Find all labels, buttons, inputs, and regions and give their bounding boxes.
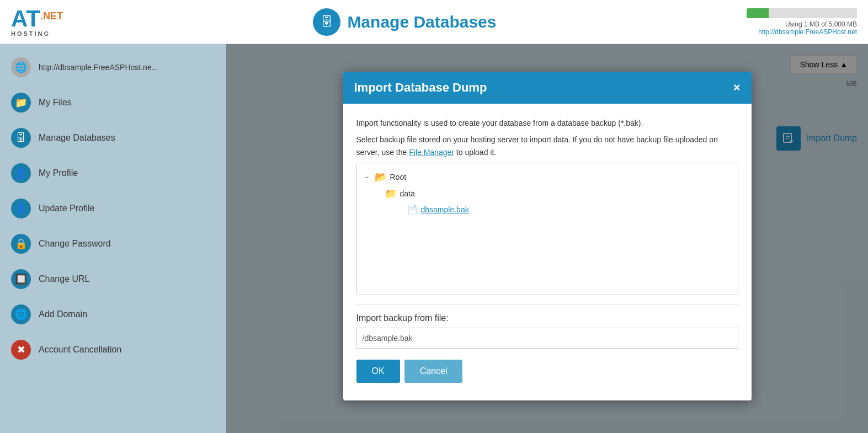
data-folder-icon: 📁	[385, 188, 397, 200]
page-title: Manage Databases	[347, 13, 496, 31]
storage-progress-bar	[747, 8, 857, 18]
root-folder-icon: 📂	[375, 171, 387, 183]
globe-icon: 🌐	[11, 57, 31, 77]
data-label: data	[400, 189, 415, 198]
modal-divider	[356, 304, 738, 304]
tree-row-data[interactable]: 📁 data	[385, 185, 732, 202]
my-files-icon: 📁	[11, 93, 31, 113]
root-label: Root	[390, 173, 407, 181]
logo-text: AT.NET	[11, 7, 63, 30]
modal-desc1: Import functionality is used to create y…	[356, 117, 738, 129]
sidebar-label-add-domain: Add Domain	[39, 309, 87, 319]
sidebar-url-row: 🌐 http://dbsample.FreeASPHost.ne...	[0, 50, 226, 85]
header-center: 🗄 Manage Databases	[313, 8, 496, 36]
page-header: AT.NET HOSTING 🗄 Manage Databases Using …	[0, 0, 868, 44]
modal-header: Import Database Dump ×	[343, 72, 752, 104]
main-layout: 🌐 http://dbsample.FreeASPHost.ne... 📁 My…	[0, 44, 868, 433]
logo-hosting: HOSTING	[11, 30, 63, 37]
usage-text: Using 1 MB of 5,000 MB	[747, 20, 857, 28]
content-area: Show Less ▲ MB Import Dump Imp	[226, 44, 868, 433]
header-right: Using 1 MB of 5,000 MB http://dbsample.F…	[747, 8, 857, 36]
manage-db-icon: 🗄	[313, 8, 340, 36]
modal-desc2: Select backup file stored on your hostin…	[356, 133, 738, 158]
expand-root-icon[interactable]: −	[363, 173, 371, 181]
tree-row-bak[interactable]: 📄 dbsample.bak	[407, 202, 732, 217]
bak-file-label[interactable]: dbsample.bak	[421, 205, 469, 214]
header-site-url: http://dbsample.FreeASPHost.net	[747, 28, 857, 36]
sidebar-item-change-url[interactable]: 🔲 Change URL	[0, 261, 226, 297]
sidebar-label-change-url: Change URL	[39, 274, 90, 284]
sidebar-item-add-domain[interactable]: 🌐 Add Domain	[0, 297, 226, 332]
progress-fill	[747, 8, 769, 18]
sidebar: 🌐 http://dbsample.FreeASPHost.ne... 📁 My…	[0, 44, 226, 433]
file-tree: − 📂 Root 📁 data 📄 dbsample.bak	[357, 163, 738, 222]
tree-row-root[interactable]: − 📂 Root	[363, 169, 732, 185]
import-file-input[interactable]	[356, 328, 738, 349]
sidebar-site-url: http://dbsample.FreeASPHost.ne...	[39, 63, 158, 72]
modal-body: Import functionality is used to create y…	[343, 104, 752, 400]
modal-close-button[interactable]: ×	[733, 81, 741, 95]
modal-desc2-suffix: to upload it.	[456, 148, 496, 157]
add-domain-icon: 🌐	[11, 304, 31, 324]
import-database-modal: Import Database Dump × Import functional…	[343, 72, 752, 400]
change-password-icon: 🔒	[11, 234, 31, 254]
file-manager-link[interactable]: File Manager	[409, 148, 454, 157]
sidebar-item-account-cancellation[interactable]: ✖ Account Cancellation	[0, 332, 226, 367]
sidebar-item-update-profile[interactable]: 👤 Update Profile	[0, 191, 226, 226]
sidebar-label-my-profile: My Profile	[39, 168, 78, 178]
my-profile-icon: 👤	[11, 163, 31, 183]
sidebar-label-account-cancellation: Account Cancellation	[39, 345, 121, 355]
update-profile-icon: 👤	[11, 199, 31, 218]
file-tree-container[interactable]: − 📂 Root 📁 data 📄 dbsample.bak	[356, 163, 738, 295]
cancel-button[interactable]: Cancel	[404, 360, 463, 383]
logo-net: .NET	[40, 10, 63, 22]
ok-button[interactable]: OK	[356, 360, 400, 383]
account-cancellation-icon: ✖	[11, 340, 31, 360]
logo: AT.NET HOSTING	[11, 7, 63, 37]
sidebar-label-update-profile: Update Profile	[39, 204, 94, 213]
manage-databases-icon: 🗄	[11, 128, 31, 148]
sidebar-item-manage-databases[interactable]: 🗄 Manage Databases	[0, 120, 226, 156]
sidebar-label-my-files: My Files	[39, 98, 72, 108]
bak-file-icon: 📄	[407, 204, 418, 215]
import-backup-label: Import backup from file:	[356, 313, 738, 323]
modal-footer: OK Cancel	[356, 360, 738, 387]
sidebar-label-change-password: Change Password	[39, 239, 111, 249]
sidebar-label-manage-databases: Manage Databases	[39, 133, 115, 143]
change-url-icon: 🔲	[11, 269, 31, 289]
modal-title: Import Database Dump	[354, 81, 487, 95]
sidebar-item-change-password[interactable]: 🔒 Change Password	[0, 226, 226, 261]
sidebar-item-my-files[interactable]: 📁 My Files	[0, 85, 226, 120]
sidebar-item-my-profile[interactable]: 👤 My Profile	[0, 156, 226, 191]
